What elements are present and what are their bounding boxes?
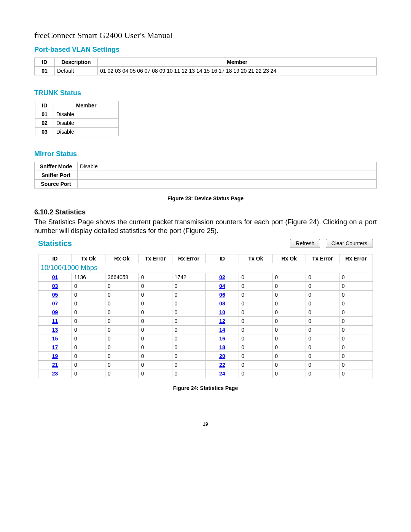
stats-cell: 0	[239, 334, 272, 343]
stats-cell: 0	[272, 343, 306, 352]
stats-cell: 0	[172, 317, 206, 326]
port-link[interactable]: 08	[206, 299, 239, 308]
port-link[interactable]: 01	[38, 273, 72, 282]
stats-row: 070000080000	[38, 299, 373, 308]
port-link[interactable]: 14	[206, 326, 239, 334]
stats-cell: 0	[339, 369, 373, 378]
stats-cell: 0	[72, 361, 105, 369]
mirror-row-value	[78, 171, 377, 180]
vlan-heading: Port-based VLAN Settings	[34, 46, 377, 54]
stats-cell: 0	[172, 369, 206, 378]
stats-row: 130000140000	[38, 326, 373, 334]
stats-cell: 0	[139, 334, 172, 343]
stats-col: Tx Ok	[72, 254, 105, 263]
stats-cell: 0	[272, 299, 306, 308]
stats-cell: 0	[339, 273, 373, 282]
stats-cell: 1742	[172, 273, 206, 282]
vlan-row-id: 01	[35, 67, 55, 75]
stats-cell: 0	[339, 282, 373, 291]
stats-cell: 0	[139, 361, 172, 369]
stats-cell: 0	[306, 291, 339, 299]
vlan-col-member: Member	[98, 58, 377, 67]
stats-cell: 0	[105, 343, 139, 352]
stats-cell: 0	[306, 361, 339, 369]
stats-cell: 0	[172, 326, 206, 334]
clear-counters-button[interactable]: Clear Counters	[326, 239, 373, 248]
port-link[interactable]: 24	[206, 369, 239, 378]
port-link[interactable]: 09	[38, 308, 72, 317]
port-link[interactable]: 04	[206, 282, 239, 291]
stats-cell: 0	[139, 299, 172, 308]
stats-cell: 0	[139, 326, 172, 334]
trunk-col-id: ID	[35, 101, 54, 110]
trunk-row-member: Disable	[54, 110, 119, 119]
trunk-row-id: 01	[35, 110, 54, 119]
stats-cell: 0	[105, 299, 139, 308]
stats-cell: 0	[139, 343, 172, 352]
stats-row: 011136366405801742020000	[38, 273, 373, 282]
stats-cell: 0	[272, 334, 306, 343]
stats-cell: 0	[172, 334, 206, 343]
stats-cell: 0	[172, 361, 206, 369]
stats-cell: 0	[306, 352, 339, 361]
stats-cell: 0	[306, 273, 339, 282]
stats-cell: 1136	[72, 273, 105, 282]
stats-cell: 0	[306, 317, 339, 326]
stats-cell: 0	[272, 282, 306, 291]
trunk-col-member: Member	[54, 101, 119, 110]
port-link[interactable]: 15	[38, 334, 72, 343]
stats-col: ID	[38, 254, 72, 263]
mirror-row-value	[78, 180, 377, 189]
port-link[interactable]: 06	[206, 291, 239, 299]
port-link[interactable]: 02	[206, 273, 239, 282]
stats-cell: 0	[239, 343, 272, 352]
mirror-row: Sniffer ModeDisable	[35, 162, 377, 171]
stats-cell: 0	[339, 326, 373, 334]
port-link[interactable]: 11	[38, 317, 72, 326]
stats-row: 190000200000	[38, 352, 373, 361]
stats-cell: 0	[72, 352, 105, 361]
stats-col: Rx Ok	[272, 254, 306, 263]
mirror-row-value: Disable	[78, 162, 377, 171]
vlan-col-desc: Description	[55, 58, 98, 67]
port-link[interactable]: 17	[38, 343, 72, 352]
port-link[interactable]: 18	[206, 343, 239, 352]
stats-row: 210000220000	[38, 361, 373, 369]
port-link[interactable]: 23	[38, 369, 72, 378]
refresh-button[interactable]: Refresh	[290, 239, 320, 248]
stats-cell: 0	[306, 334, 339, 343]
port-link[interactable]: 10	[206, 308, 239, 317]
port-link[interactable]: 03	[38, 282, 72, 291]
stats-cell: 0	[339, 317, 373, 326]
stats-col: Rx Ok	[105, 254, 139, 263]
statistics-heading: Statistics	[38, 239, 72, 248]
stats-cell: 0	[172, 352, 206, 361]
stats-cell: 0	[239, 291, 272, 299]
stats-row: 030000040000	[38, 282, 373, 291]
port-link[interactable]: 20	[206, 352, 239, 361]
trunk-row: 03Disable	[35, 128, 119, 136]
mirror-row-label: Sniffer Port	[35, 171, 78, 180]
port-link[interactable]: 19	[38, 352, 72, 361]
trunk-row-id: 02	[35, 119, 54, 128]
trunk-row-member: Disable	[54, 128, 119, 136]
figure-24-caption: Figure 24: Statistics Page	[34, 385, 377, 391]
port-link[interactable]: 21	[38, 361, 72, 369]
mirror-heading: Mirror Status	[34, 150, 377, 158]
stats-cell: 0	[72, 326, 105, 334]
stats-cell: 0	[306, 343, 339, 352]
port-link[interactable]: 07	[38, 299, 72, 308]
stats-cell: 0	[172, 308, 206, 317]
port-link[interactable]: 12	[206, 317, 239, 326]
vlan-row: 01 Default 01 02 03 04 05 06 07 08 09 10…	[35, 67, 377, 75]
mirror-row: Source Port	[35, 180, 377, 189]
port-link[interactable]: 05	[38, 291, 72, 299]
port-link[interactable]: 22	[206, 361, 239, 369]
stats-cell: 0	[339, 291, 373, 299]
port-link[interactable]: 16	[206, 334, 239, 343]
stats-cell: 0	[139, 317, 172, 326]
port-link[interactable]: 13	[38, 326, 72, 334]
stats-cell: 0	[139, 308, 172, 317]
vlan-row-member: 01 02 03 04 05 06 07 08 09 10 11 12 13 1…	[98, 67, 377, 75]
stats-row: 090000100000	[38, 308, 373, 317]
